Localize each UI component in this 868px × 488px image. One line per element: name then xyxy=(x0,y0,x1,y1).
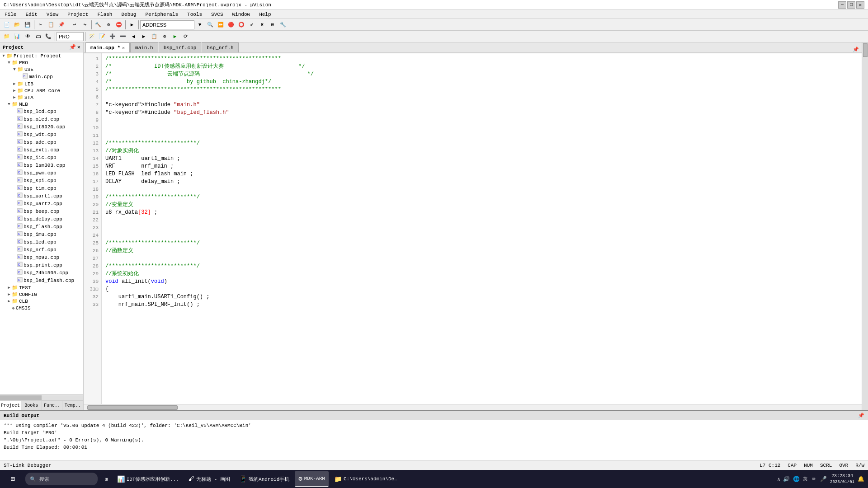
nav-fwd-btn[interactable]: ▶ xyxy=(139,32,149,42)
tree-item-bsp-lt8920[interactable]: C bsp_lt8920.cpp xyxy=(0,123,83,131)
menu-item-svcs[interactable]: SVCS xyxy=(208,10,226,19)
tree-item-bsp-lcd[interactable]: C bsp_lcd.cpp xyxy=(0,108,83,115)
proj-btn[interactable]: 📁 xyxy=(2,32,12,42)
window-btn[interactable]: ⊞ xyxy=(268,20,278,30)
tree-item-bsp-uart2[interactable]: C bsp_uart2.cpp xyxy=(0,200,83,207)
sidebar-tab-2[interactable]: Func.. xyxy=(42,401,63,410)
tree-item-bsp-lsm303[interactable]: C bsp_lsm303.cpp xyxy=(0,161,83,169)
enable-btn[interactable]: ✔ xyxy=(247,20,257,30)
tray-chevron[interactable]: ∧ xyxy=(777,476,780,482)
tree-item-bsp-nrf[interactable]: C bsp_nrf.cpp xyxy=(0,246,83,253)
tree-item-bsp-uart1[interactable]: C bsp_uart1.cpp xyxy=(0,192,83,200)
code-tab-3[interactable]: bsp_nrf.h xyxy=(202,42,238,52)
tree-item-bsp-pwm[interactable]: C bsp_pwm.cpp xyxy=(0,169,83,177)
tree-item-bsp-mp92[interactable]: C bsp_mp92.cpp xyxy=(0,253,83,261)
tree-item-bsp-tim[interactable]: C bsp_tim.cpp xyxy=(0,184,83,192)
redo-btn[interactable]: ↪ xyxy=(80,20,90,30)
menu-item-help[interactable]: Help xyxy=(256,10,274,19)
redo2-btn[interactable]: ⟳ xyxy=(180,32,190,42)
tray-lang[interactable]: 英 xyxy=(803,476,807,482)
maximize-button[interactable]: □ xyxy=(847,1,855,9)
reg-btn[interactable]: 📊 xyxy=(12,32,22,42)
sidebar-pin-btn[interactable]: 📌 xyxy=(69,44,76,51)
tree-item-bsp-print[interactable]: C bsp_print.cpp xyxy=(0,261,83,269)
tree-item-config[interactable]: ▶📁 CONFIG xyxy=(0,291,83,298)
menu-item-debug[interactable]: Debug xyxy=(118,10,139,19)
expand-btn[interactable]: ➕ xyxy=(108,32,118,42)
close-button[interactable]: ✕ xyxy=(856,1,864,9)
menu-item-edit[interactable]: Edit xyxy=(23,10,40,19)
address-go-btn[interactable]: ▼ xyxy=(195,20,205,30)
breakpoint-btn[interactable]: 🔴 xyxy=(226,20,236,30)
search-box[interactable]: 🔍 搜索 xyxy=(25,473,98,485)
tree-item-bsp-spi[interactable]: C bsp_spi.cpp xyxy=(0,177,83,184)
debug-btn[interactable]: ▶ xyxy=(127,20,137,30)
target-input[interactable] xyxy=(57,32,84,41)
tree-item-project-root[interactable]: ▼📁 Project: Project xyxy=(0,52,83,59)
nav-back-btn[interactable]: ◀ xyxy=(128,32,138,42)
cut-btn[interactable]: ✂ xyxy=(36,20,46,30)
tree-item-bsp-flash[interactable]: C bsp_flash.cpp xyxy=(0,223,83,230)
notification-icon[interactable]: 🔔 xyxy=(857,475,864,483)
code-tab-0[interactable]: main.cpp *✕ xyxy=(85,42,130,52)
address-input[interactable] xyxy=(140,20,194,29)
tree-item-lib[interactable]: ▶📁 LIB xyxy=(0,80,83,87)
tree-item-cmsis[interactable]: ◆ CMSIS xyxy=(0,305,83,311)
clear-btn[interactable]: ⭕ xyxy=(236,20,246,30)
sidebar-close-btn[interactable]: ✕ xyxy=(77,44,80,51)
task-view-button[interactable]: ⊞ xyxy=(101,471,112,487)
insert-btn[interactable]: 📝 xyxy=(97,32,107,42)
menu-item-peripherals[interactable]: Peripherals xyxy=(142,10,181,19)
tree-item-bsp-beep[interactable]: C bsp_beep.cpp xyxy=(0,207,83,215)
tab-close-btn[interactable]: ✕ xyxy=(122,45,125,51)
tray-icon-keyboard[interactable]: ⌨ xyxy=(810,475,817,483)
tree-item-bsp-delay[interactable]: C bsp_delay.cpp xyxy=(0,215,83,223)
rebuild-btn[interactable]: ⚙ xyxy=(104,20,113,30)
stop-btn[interactable]: ⛔ xyxy=(114,20,124,30)
taskbar-item-3[interactable]: ⚙MDK-ARM xyxy=(295,471,329,487)
sidebar-tab-1[interactable]: Books xyxy=(21,401,42,410)
taskbar-item-0[interactable]: 📊IDT传感器应用创新... xyxy=(113,471,183,487)
code-tab-2[interactable]: bsp_nrf.cpp xyxy=(159,42,202,52)
run-to-btn[interactable]: ⏩ xyxy=(216,20,226,30)
build-output-pin[interactable]: 📌 xyxy=(858,413,864,418)
tree-item-main-cpp[interactable]: C main.cpp xyxy=(0,73,83,80)
menu-item-tools[interactable]: Tools xyxy=(184,10,205,19)
tree-item-bsp-wdt[interactable]: C bsp_wdt.cpp xyxy=(0,131,83,138)
tree-item-use[interactable]: ▼📁 USE xyxy=(0,66,83,73)
taskbar-item-2[interactable]: 📱我的Android手机 xyxy=(236,471,293,487)
menu-item-flash[interactable]: Flash xyxy=(94,10,115,19)
watch-btn[interactable]: 👁 xyxy=(23,32,33,42)
magic-btn[interactable]: 🪄 xyxy=(87,32,97,42)
clock[interactable]: 23:23:342023/01/01 xyxy=(830,473,854,485)
minimize-button[interactable]: — xyxy=(838,1,846,9)
green-arr-btn[interactable]: ▶ xyxy=(170,32,180,42)
tree-item-clb[interactable]: ▶📁 CLB xyxy=(0,298,83,305)
tray-icon-network[interactable]: 🌐 xyxy=(793,475,800,483)
paste-btn[interactable]: 📌 xyxy=(57,20,66,30)
cfg-btn[interactable]: ⚙ xyxy=(160,32,170,42)
h-scrollbar[interactable] xyxy=(84,404,862,410)
tree-item-sta[interactable]: ▶📁 STA xyxy=(0,94,83,101)
menu-item-project[interactable]: Project xyxy=(65,10,91,19)
sidebar-tab-0[interactable]: Project xyxy=(0,401,21,410)
tree-item-bsp-oled[interactable]: C bsp_oled.cpp xyxy=(0,115,83,123)
undo-btn[interactable]: ↩ xyxy=(70,20,80,30)
start-button[interactable]: ⊞ xyxy=(4,471,22,487)
template-btn[interactable]: 📋 xyxy=(149,32,159,42)
tree-item-test[interactable]: ▶📁 TEST xyxy=(0,284,83,291)
tree-item-bsp-exti[interactable]: C bsp_exti.cpp xyxy=(0,146,83,154)
tree-item-pro[interactable]: ▼📁 PRO xyxy=(0,59,83,66)
sidebar-tab-3[interactable]: Temp.. xyxy=(62,401,83,410)
tree-item-bsp-adc[interactable]: C bsp_adc.cpp xyxy=(0,138,83,146)
code-content[interactable]: /***************************************… xyxy=(102,53,862,404)
open-btn[interactable]: 📂 xyxy=(12,20,22,30)
tab-bar-pin[interactable]: 📌 xyxy=(850,47,862,52)
disable-btn[interactable]: ✖ xyxy=(257,20,267,30)
tree-item-bsp-led[interactable]: C bsp_led.cpp xyxy=(0,238,83,246)
copy-btn[interactable]: 📋 xyxy=(46,20,56,30)
code-tab-1[interactable]: main.h xyxy=(130,42,158,52)
tree-item-bsp-led-flash[interactable]: C bsp_led_flash.cpp xyxy=(0,277,83,284)
right-scrollbar[interactable] xyxy=(862,42,868,410)
build-btn[interactable]: 🔨 xyxy=(93,20,103,30)
